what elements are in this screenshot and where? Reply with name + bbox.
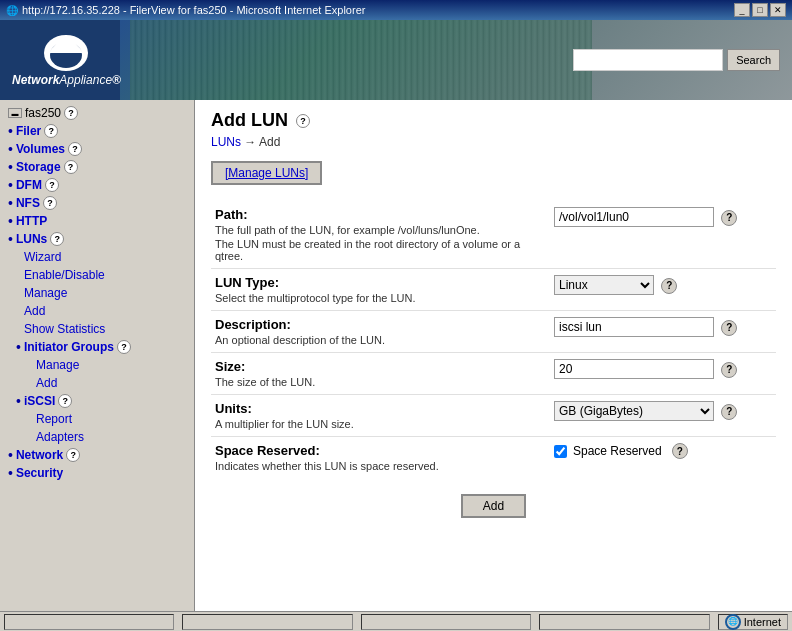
description-help-icon[interactable]: ? — [721, 320, 737, 336]
path-input[interactable] — [554, 207, 714, 227]
window-controls[interactable]: _ □ ✕ — [734, 3, 786, 17]
space-reserved-label: Space Reserved: — [215, 443, 546, 458]
minimize-button[interactable]: _ — [734, 3, 750, 17]
size-input[interactable] — [554, 359, 714, 379]
sidebar-item-ig-manage[interactable]: Manage — [0, 356, 194, 374]
luns-link[interactable]: LUNs — [16, 232, 47, 246]
path-label-cell: Path: The full path of the LUN, for exam… — [211, 201, 550, 269]
luns-bullet: • — [8, 232, 13, 246]
size-help-icon[interactable]: ? — [721, 362, 737, 378]
search-input[interactable] — [573, 49, 723, 71]
volumes-help-icon[interactable]: ? — [68, 142, 82, 156]
units-select[interactable]: GB (GigaBytes) MB (MegaBytes) TB (TeraBy… — [554, 401, 714, 421]
ig-bullet: • — [16, 340, 21, 354]
space-reserved-help-icon[interactable]: ? — [672, 443, 688, 459]
ig-add-link[interactable]: Add — [36, 376, 57, 390]
filer-help-icon[interactable]: ? — [44, 124, 58, 138]
units-label: Units: — [215, 401, 546, 416]
sidebar-item-wizard[interactable]: Wizard — [0, 248, 194, 266]
sidebar-item-storage[interactable]: • Storage ? — [0, 158, 194, 176]
lun-type-help-icon[interactable]: ? — [661, 278, 677, 294]
sidebar-item-show-statistics[interactable]: Show Statistics — [0, 320, 194, 338]
network-bullet: • — [8, 448, 13, 462]
space-reserved-label-cell: Space Reserved: Indicates whether this L… — [211, 437, 550, 479]
sidebar-item-initiator-groups[interactable]: • Initiator Groups ? — [0, 338, 194, 356]
main-layout: ▬ fas250 ? • Filer ? • Volumes ? • Stora… — [0, 100, 792, 611]
sidebar-item-iscsi-adapters[interactable]: Adapters — [0, 428, 194, 446]
iscsi-link[interactable]: iSCSI — [24, 394, 55, 408]
ig-manage-link[interactable]: Manage — [36, 358, 79, 372]
filer-link[interactable]: Filer — [16, 124, 41, 138]
sidebar-item-nfs[interactable]: • NFS ? — [0, 194, 194, 212]
path-help-icon[interactable]: ? — [721, 210, 737, 226]
header-search-area: Search — [573, 49, 780, 71]
status-segment-2 — [182, 614, 352, 630]
sidebar-item-filer[interactable]: • Filer ? — [0, 122, 194, 140]
sidebar-item-iscsi[interactable]: • iSCSI ? — [0, 392, 194, 410]
page-help-icon[interactable]: ? — [296, 114, 310, 128]
title-text: 🌐 http://172.16.35.228 - FilerView for f… — [6, 4, 365, 16]
iscsi-adapters-link[interactable]: Adapters — [36, 430, 84, 444]
sidebar-item-volumes[interactable]: • Volumes ? — [0, 140, 194, 158]
sidebar-item-ig-add[interactable]: Add — [0, 374, 194, 392]
lun-type-select[interactable]: Linux Windows Solaris AIX HP-UX VMware — [554, 275, 654, 295]
description-input[interactable] — [554, 317, 714, 337]
filer-bullet: • — [8, 124, 13, 138]
storage-link[interactable]: Storage — [16, 160, 61, 174]
volumes-link[interactable]: Volumes — [16, 142, 65, 156]
logo-svg — [39, 33, 94, 73]
iscsi-help-icon[interactable]: ? — [58, 394, 72, 408]
breadcrumb-luns[interactable]: LUNs — [211, 135, 241, 149]
units-help-icon[interactable]: ? — [721, 404, 737, 420]
space-reserved-desc: Indicates whether this LUN is space rese… — [215, 460, 546, 472]
sidebar-item-add[interactable]: Add — [0, 302, 194, 320]
add-link[interactable]: Add — [24, 304, 45, 318]
nfs-help-icon[interactable]: ? — [43, 196, 57, 210]
manage-luns-button[interactable]: [Manage LUNs] — [211, 161, 322, 185]
enable-disable-link[interactable]: Enable/Disable — [24, 268, 105, 282]
close-button[interactable]: ✕ — [770, 3, 786, 17]
sidebar-item-manage[interactable]: Manage — [0, 284, 194, 302]
sidebar-item-server[interactable]: ▬ fas250 ? — [0, 104, 194, 122]
sidebar-item-enable-disable[interactable]: Enable/Disable — [0, 266, 194, 284]
volumes-bullet: • — [8, 142, 13, 156]
sidebar-item-luns[interactable]: • LUNs ? — [0, 230, 194, 248]
space-reserved-checkbox[interactable] — [554, 445, 567, 458]
dfm-bullet: • — [8, 178, 13, 192]
sidebar-item-dfm[interactable]: • DFM ? — [0, 176, 194, 194]
storage-help-icon[interactable]: ? — [64, 160, 78, 174]
manage-link[interactable]: Manage — [24, 286, 67, 300]
maximize-button[interactable]: □ — [752, 3, 768, 17]
http-link[interactable]: HTTP — [16, 214, 47, 228]
wizard-link[interactable]: Wizard — [24, 250, 61, 264]
path-input-cell: ? — [550, 201, 776, 269]
sidebar-item-iscsi-report[interactable]: Report — [0, 410, 194, 428]
server-icon: ▬ — [8, 108, 22, 118]
nfs-link[interactable]: NFS — [16, 196, 40, 210]
network-help-icon[interactable]: ? — [66, 448, 80, 462]
logo: NetworkAppliance® — [12, 33, 121, 87]
add-button[interactable]: Add — [461, 494, 526, 518]
status-segment-3 — [361, 614, 531, 630]
server-help-icon[interactable]: ? — [64, 106, 78, 120]
ig-help-icon[interactable]: ? — [117, 340, 131, 354]
show-statistics-link[interactable]: Show Statistics — [24, 322, 105, 336]
sidebar-item-network[interactable]: • Network ? — [0, 446, 194, 464]
security-link[interactable]: Security — [16, 466, 63, 480]
sidebar-item-security[interactable]: • Security — [0, 464, 194, 482]
http-bullet: • — [8, 214, 13, 228]
iscsi-report-link[interactable]: Report — [36, 412, 72, 426]
lun-type-input-cell: Linux Windows Solaris AIX HP-UX VMware ? — [550, 269, 776, 311]
search-button[interactable]: Search — [727, 49, 780, 71]
dfm-help-icon[interactable]: ? — [45, 178, 59, 192]
path-row: Path: The full path of the LUN, for exam… — [211, 201, 776, 269]
initiator-groups-link[interactable]: Initiator Groups — [24, 340, 114, 354]
network-link[interactable]: Network — [16, 448, 63, 462]
sidebar-item-http[interactable]: • HTTP — [0, 212, 194, 230]
dfm-link[interactable]: DFM — [16, 178, 42, 192]
space-reserved-input-cell: Space Reserved ? — [550, 437, 776, 479]
luns-help-icon[interactable]: ? — [50, 232, 64, 246]
globe-icon: 🌐 — [725, 614, 741, 630]
svg-point-2 — [56, 36, 76, 50]
status-segment-1 — [4, 614, 174, 630]
